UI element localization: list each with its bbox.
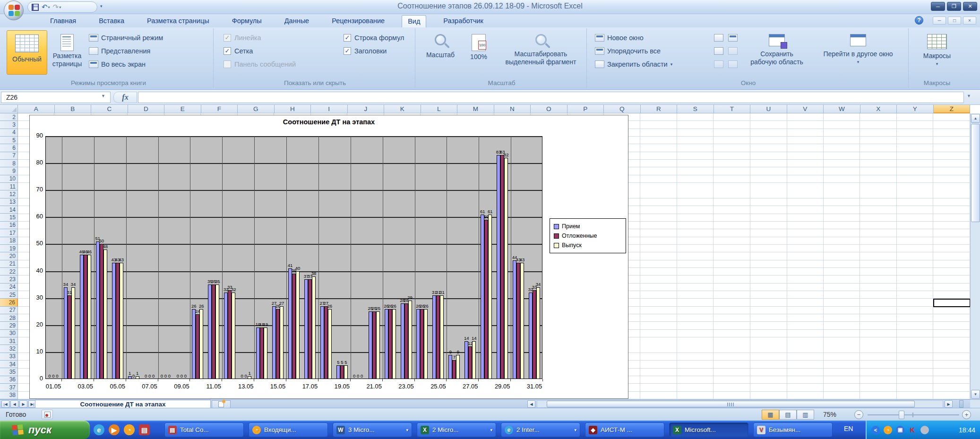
column-header-N[interactable]: N [494,105,531,113]
row-header-25[interactable]: 25 [0,291,18,299]
row-header-24[interactable]: 24 [0,284,18,291]
ribbon-tab-Разметка страницы[interactable]: Разметка страницы [141,15,215,27]
sheet-tab[interactable]: Соотношение ДТ на этапах [35,400,211,408]
ribbon-tab-Формулы[interactable]: Формулы [226,15,267,27]
column-header-J[interactable]: J [348,105,385,113]
taskbar-button-Total Co...[interactable]: ▤Total Co... [164,422,244,437]
vertical-scroll-thumb[interactable] [971,124,980,222]
first-sheet-button[interactable]: |◀ [1,400,9,408]
taskbar-button-Microsoft...[interactable]: XMicrosoft... [669,422,748,437]
column-header-X[interactable]: X [860,105,897,113]
zoom-out-button[interactable]: − [854,410,863,419]
workbook-restore-button[interactable]: □ [948,17,961,25]
row-header-15[interactable]: 15 [0,214,18,221]
taskbar-button-Входящи...[interactable]: ◔Входящи... [249,422,328,437]
macros-button[interactable]: Макросы ▾ [914,30,960,75]
page-layout-view-button[interactable]: Разметка страницы [49,30,85,75]
select-all-corner[interactable] [0,105,18,113]
taskbar-button-АИСТ-М ...[interactable]: ◆АИСТ-М ... [585,422,664,437]
quick-launch-media-player[interactable]: ▶ [109,424,120,435]
row-header-2[interactable]: 2 [0,113,18,121]
column-header-V[interactable]: V [787,105,824,113]
expand-formula-bar-button[interactable]: ▼ [967,94,971,98]
checkbox-item-Сетка[interactable]: ✓Сетка [224,47,253,55]
minimize-button[interactable]: ─ [931,2,945,11]
insert-worksheet-tab[interactable] [212,400,231,408]
reset-window-position-button[interactable] [728,60,738,68]
hide-window-button[interactable] [714,47,723,55]
next-sheet-button[interactable]: ▶ [19,400,27,408]
column-header-S[interactable]: S [677,105,714,113]
ribbon-tab-Вид[interactable]: Вид [402,15,426,27]
save-button[interactable] [32,4,39,11]
column-header-M[interactable]: M [457,105,494,113]
row-header-23[interactable]: 23 [0,275,18,283]
row-header-34[interactable]: 34 [0,361,18,368]
row-header-30[interactable]: 30 [0,330,18,337]
zoom-slider-track[interactable] [868,414,959,415]
undo-button[interactable]: ↶▾ [42,3,50,11]
row-header-9[interactable]: 9 [0,167,18,175]
vertical-scrollbar[interactable]: ▲ ▼ [970,113,980,399]
status-normal-view-button[interactable]: ▦ [762,410,779,420]
column-header-R[interactable]: R [641,105,678,113]
ribbon-tab-Рецензирование[interactable]: Рецензирование [326,15,390,27]
column-header-Y[interactable]: Y [897,105,934,113]
arrange-all-button[interactable]: Упорядочить все [595,47,661,55]
help-button[interactable]: ? [915,16,923,25]
name-box[interactable]: Z26 [1,92,111,103]
zoom-to-selection-button[interactable]: Масштабировать выделенный фрагмент [497,30,585,75]
checkbox-item-Линейка[interactable]: ✓Линейка [224,34,261,42]
checkbox-box[interactable]: ✓ [224,34,231,42]
start-button[interactable]: пуск [0,421,90,439]
save-workspace-button[interactable]: Сохранить рабочую область [747,30,807,75]
workbook-minimize-button[interactable]: ─ [933,17,946,25]
ribbon-tab-Главная[interactable]: Главная [44,15,82,27]
row-header-3[interactable]: 3 [0,121,18,129]
horizontal-scrollbar[interactable] [537,400,943,408]
custom-views-button[interactable]: Представления [89,47,150,55]
tray-icon-misc[interactable] [920,426,929,434]
freeze-panes-button[interactable]: Закрепить области ▾ [595,60,672,68]
scroll-down-button[interactable]: ▼ [971,390,980,399]
tab-split-handle[interactable] [959,400,963,408]
column-header-O[interactable]: O [531,105,567,113]
workbook-close-button[interactable]: × [963,17,976,25]
row-header-26[interactable]: 26 [0,299,18,306]
column-header-I[interactable]: I [311,105,348,113]
row-header-33[interactable]: 33 [0,353,18,361]
row-header-7[interactable]: 7 [0,152,18,160]
column-header-Q[interactable]: Q [604,105,641,113]
checkbox-item-Строка формул[interactable]: ✓Строка формул [344,34,404,42]
taskbar-button-3 Micro...[interactable]: W3 Micro...▾ [333,422,412,437]
horizontal-scroll-thumb[interactable] [547,401,915,407]
selected-cell-Z26[interactable] [933,299,971,307]
row-header-18[interactable]: 18 [0,237,18,245]
row-header-22[interactable]: 22 [0,268,18,275]
office-button[interactable] [4,0,24,20]
column-header-Z[interactable]: Z [934,105,971,113]
row-header-8[interactable]: 8 [0,160,18,167]
normal-view-button[interactable]: Обычный [7,30,47,75]
hscroll-right-button[interactable]: ▶ [945,400,953,408]
row-header-27[interactable]: 27 [0,307,18,314]
maximize-button[interactable]: ❐ [947,2,961,11]
column-header-T[interactable]: T [714,105,751,113]
insert-function-button[interactable]: fx [113,92,137,103]
row-header-20[interactable]: 20 [0,252,18,260]
column-header-W[interactable]: W [824,105,860,113]
ribbon-tab-Разработчик[interactable]: Разработчик [438,15,489,27]
customize-qat-button[interactable]: ▾ [100,4,103,9]
row-header-10[interactable]: 10 [0,175,18,183]
quick-launch-total-commander[interactable]: ▤ [139,424,150,435]
full-screen-button[interactable]: Во весь экран [89,60,146,68]
row-header-16[interactable]: 16 [0,222,18,229]
row-header-37[interactable]: 37 [0,384,18,391]
status-page-layout-button[interactable]: ▤ [779,410,797,420]
row-header-32[interactable]: 32 [0,345,18,353]
redo-button[interactable]: ↷▾ [53,3,61,11]
taskbar-button-Безымян...[interactable]: VБезымян... [753,422,833,437]
close-button[interactable]: ✕ [963,2,977,11]
language-indicator[interactable]: EN [844,425,853,432]
checkbox-box[interactable]: ✓ [344,34,351,42]
